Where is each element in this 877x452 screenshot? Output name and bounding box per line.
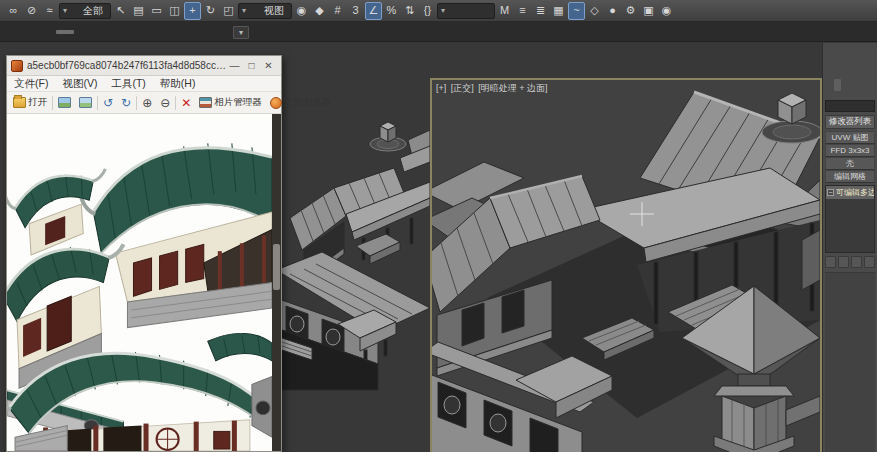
named-selection-sets-dropdown[interactable]: ▾ (437, 3, 495, 19)
graphite-toggle-icon[interactable]: ▦ (550, 2, 567, 20)
bind-to-space-warp-icon[interactable]: ≈ (41, 2, 58, 20)
modifier-stack-item[interactable]: 编辑网格 (825, 170, 875, 183)
viewer-menu-item[interactable]: 视图(V) (55, 77, 104, 91)
zoom-out-button[interactable]: ⊖ (157, 93, 173, 112)
utilities-tab[interactable] (868, 79, 876, 91)
minimize-button[interactable]: — (226, 60, 243, 71)
select-by-name-icon[interactable]: ▤ (130, 2, 147, 20)
object-name-field[interactable] (825, 100, 875, 112)
viewer-menu-item[interactable]: 工具(T) (104, 77, 152, 91)
button-icon (270, 97, 282, 109)
make-unique-button[interactable] (851, 256, 862, 268)
viewer-title-bar[interactable]: a5ecb0bf769ca8074b247f6113fa4d8d58cc2217… (7, 56, 281, 76)
use-pivot-point-icon[interactable]: ◉ (293, 2, 310, 20)
snaps-toggle-3d-icon[interactable]: 3 (347, 2, 364, 20)
next-image-button[interactable] (76, 93, 95, 112)
button-icon (58, 97, 71, 108)
ribbon-tab-modeling[interactable] (12, 30, 30, 34)
selection-filter-dropdown[interactable]: ▾全部 (59, 3, 111, 19)
align-icon[interactable]: ≡ (514, 2, 531, 20)
motion-tab[interactable] (851, 79, 859, 91)
image-viewer-window: a5ecb0bf769ca8074b247f6113fa4d8d58cc2217… (6, 55, 282, 452)
pin-stack-button[interactable] (825, 256, 836, 268)
open-button[interactable]: 打开 (10, 93, 50, 112)
select-and-link-icon[interactable]: ∞ (5, 2, 22, 20)
base-object-label: 可编辑多边形 (836, 187, 874, 198)
schematic-view-icon[interactable]: ◇ (586, 2, 603, 20)
modifier-stack-item[interactable]: UVW 贴图 (825, 131, 875, 144)
modifier-stack-rows: UVW 贴图FFD 3x3x3壳编辑网格 (825, 131, 875, 183)
select-and-manipulate-icon[interactable]: ◆ (311, 2, 328, 20)
ribbon-overflow-dropdown[interactable]: ▾ (233, 26, 249, 39)
ribbon-tab-selection[interactable] (56, 30, 74, 34)
base-object-row[interactable]: − 可编辑多边形 (826, 186, 874, 199)
right-viewport-scene (432, 80, 820, 452)
create-tab[interactable] (825, 79, 833, 91)
viewer-menu-bar: 文件(F)视图(V)工具(T)帮助(H) (7, 76, 281, 92)
hierarchy-tab[interactable] (842, 79, 850, 91)
render-setup-icon[interactable]: ⚙ (622, 2, 639, 20)
edit-named-sets-icon[interactable]: {} (419, 2, 436, 20)
rectangular-selection-icon[interactable]: ▭ (148, 2, 165, 20)
zoom-in-button[interactable]: ⊕ (139, 93, 155, 112)
left-viewport-scene (282, 78, 430, 452)
button-icon (79, 97, 92, 108)
maximize-button[interactable]: □ (243, 60, 260, 71)
viewport-label: [+] [正交] [明暗处理 + 边面] (436, 82, 550, 95)
select-object-icon[interactable]: ↖ (112, 2, 129, 20)
modifier-list-dropdown[interactable]: 修改器列表 (825, 115, 875, 129)
photo-manager-button[interactable]: 相片管理器 (196, 93, 265, 112)
right-viewport[interactable]: [+] [正交] [明暗处理 + 边面] (430, 78, 822, 452)
3dsmax-window: ∞ ⊘ ≈ ▾全部 ↖ ▤ ▭ ◫ + ↻ ◰ ▾视图 ◉ ◆ # 3 (0, 0, 877, 452)
viewer-menu-item[interactable]: 帮助(H) (153, 77, 203, 91)
remove-modifier-button[interactable] (864, 256, 875, 268)
unlink-selection-icon[interactable]: ⊘ (23, 2, 40, 20)
separator (136, 96, 137, 110)
mirror-icon[interactable]: M (496, 2, 513, 20)
layer-manager-icon[interactable]: ≣ (532, 2, 549, 20)
modifier-stack-item[interactable]: FFD 3x3x3 (825, 144, 875, 157)
reference-coordinate-dropdown[interactable]: ▾视图 (238, 3, 292, 19)
viewport-menu-pov[interactable]: [正交] (451, 83, 474, 93)
viewer-scrollbar[interactable] (272, 114, 281, 451)
prev-image-button[interactable] (55, 93, 74, 112)
angle-snap-icon[interactable]: ∠ (365, 2, 382, 20)
select-and-rotate-icon[interactable]: ↻ (202, 2, 219, 20)
show-end-result-button[interactable] (838, 256, 849, 268)
ribbon-tab-populate[interactable] (100, 30, 118, 34)
scrollbar-thumb[interactable] (273, 244, 280, 290)
close-button[interactable]: ✕ (260, 60, 277, 71)
collapse-icon[interactable]: − (827, 189, 834, 196)
select-and-scale-icon[interactable]: ◰ (220, 2, 237, 20)
material-editor-icon[interactable]: ● (604, 2, 621, 20)
separator (97, 96, 98, 110)
viewer-toolbar: 打开 ↺ ↻ ⊕ ⊖ ✕ 相 (7, 92, 281, 114)
rotate-right-button[interactable]: ↻ (118, 93, 134, 112)
ribbon-tab-bar (0, 22, 877, 42)
ribbon-tab-freeform[interactable] (34, 30, 52, 34)
browser-button[interactable]: 完整浏览器 (267, 93, 335, 112)
curve-editor-icon[interactable]: ~ (568, 2, 585, 20)
keyboard-override-icon[interactable]: # (329, 2, 346, 20)
viewport-menu-shading[interactable]: [明暗处理 + 边面] (478, 83, 547, 93)
separator (52, 96, 53, 110)
display-tab[interactable] (859, 79, 867, 91)
viewer-image-area (7, 114, 281, 451)
rotate-left-button[interactable]: ↺ (100, 93, 116, 112)
separator (175, 96, 176, 110)
modifier-stack-listbox: − 可编辑多边形 (825, 185, 875, 253)
rendered-frame-icon[interactable]: ▣ (640, 2, 657, 20)
window-crossing-icon[interactable]: ◫ (166, 2, 183, 20)
modifier-stack-item[interactable]: 壳 (825, 157, 875, 170)
spinner-snap-icon[interactable]: ⇅ (401, 2, 418, 20)
ribbon-tab-object-paint[interactable] (78, 30, 96, 34)
percent-snap-icon[interactable]: % (383, 2, 400, 20)
delete-button[interactable]: ✕ (178, 93, 194, 112)
viewport-menu-general[interactable]: [+] (436, 83, 446, 93)
modify-tab[interactable] (834, 79, 842, 91)
select-and-move-icon[interactable]: + (184, 2, 201, 20)
command-panel-tabs (825, 79, 875, 91)
viewer-menu-item[interactable]: 文件(F) (7, 77, 55, 91)
render-production-icon[interactable]: ◉ (658, 2, 675, 20)
command-panel: 修改器列表 UVW 贴图FFD 3x3x3壳编辑网格 − 可编辑多边形 (822, 43, 877, 452)
